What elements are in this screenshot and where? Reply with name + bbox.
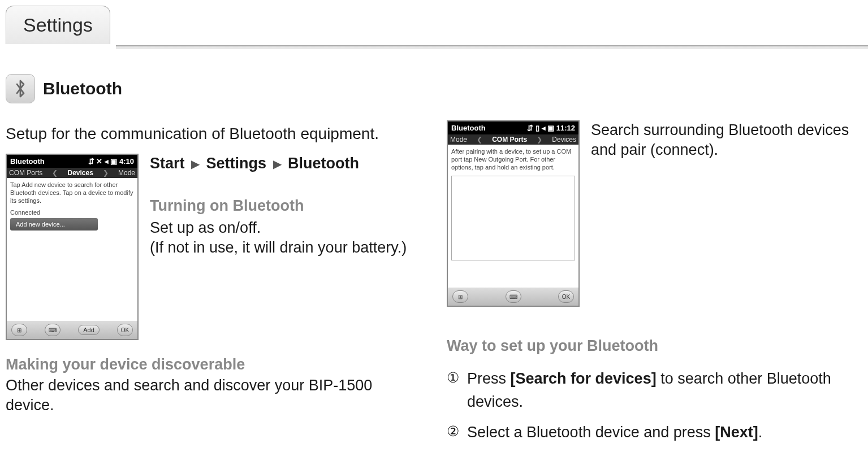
- step2-post: .: [758, 424, 763, 441]
- phone-title: Bluetooth: [451, 124, 486, 132]
- phone-screenshot-comports: Bluetooth ⇵ ▯ ◂ ▣ 11:12 Mode ❮ COM Ports…: [447, 120, 580, 307]
- header-rule: [6, 45, 868, 49]
- ok-softkey[interactable]: OK: [117, 324, 133, 336]
- step-1: ① Press [Search for devices] to search o…: [447, 367, 865, 413]
- crumb-bluetooth: Bluetooth: [288, 155, 359, 172]
- phone-tabbar: COM Ports ❮ Devices ❯ Mode: [7, 168, 137, 178]
- circled-2-icon: ②: [447, 421, 463, 444]
- bluetooth-icon: [6, 74, 35, 103]
- right-column: Bluetooth ⇵ ▯ ◂ ▣ 11:12 Mode ❮ COM Ports…: [447, 120, 865, 452]
- port-listbox: [451, 176, 575, 260]
- triangle-icon: ▶: [189, 158, 202, 170]
- section-title: Bluetooth: [43, 79, 122, 98]
- step-2: ② Select a Bluetooth device and press [N…: [447, 421, 865, 444]
- settings-tab: Settings: [6, 6, 110, 44]
- phone-tab-right: Mode: [118, 169, 135, 177]
- turning-on-line2: (If not in use, it will drain your batte…: [150, 238, 424, 258]
- chevron-left-icon: ❮: [52, 169, 58, 177]
- phone-status-icons: ⇵ ✕ ◂ ▣ 4:10: [88, 157, 134, 166]
- windows-icon[interactable]: ⊞: [11, 324, 27, 336]
- step1-bold: [Search for devices]: [511, 370, 657, 387]
- phone-status-icons: ⇵ ▯ ◂ ▣ 11:12: [527, 124, 575, 132]
- breadcrumb: Start ▶ Settings ▶ Bluetooth: [150, 154, 424, 173]
- step1-pre: Press: [467, 370, 511, 387]
- keyboard-icon[interactable]: ⌨: [45, 324, 61, 336]
- crumb-settings: Settings: [206, 155, 267, 172]
- phone-tabbar: Mode ❮ COM Ports ❯ Devices: [448, 134, 578, 145]
- connected-label: Connected: [10, 209, 134, 216]
- step2-pre: Select a Bluetooth device and press: [467, 424, 715, 441]
- phone-hint: Tap Add new device to search for other B…: [10, 181, 134, 205]
- phone-tab-right: Devices: [552, 136, 576, 143]
- phone-tab-left: Mode: [450, 136, 467, 143]
- keyboard-icon[interactable]: ⌨: [506, 290, 521, 303]
- step2-bold: [Next]: [715, 424, 758, 441]
- add-softkey[interactable]: Add: [78, 325, 100, 335]
- turning-on-heading: Turning on Bluetooth: [150, 196, 424, 216]
- phone-time: 11:12: [556, 124, 575, 132]
- phone-time: 4:10: [119, 157, 134, 166]
- phone-titlebar: Bluetooth ⇵ ▯ ◂ ▣ 11:12: [448, 121, 578, 134]
- steps-list: ① Press [Search for devices] to search o…: [447, 367, 865, 444]
- phone-titlebar: Bluetooth ⇵ ✕ ◂ ▣ 4:10: [7, 155, 137, 168]
- left-column: Setup for the communication of Bluetooth…: [6, 120, 424, 452]
- windows-icon[interactable]: ⊞: [452, 290, 468, 303]
- phone-tab-active: Devices: [67, 169, 93, 177]
- circled-1-icon: ①: [447, 367, 463, 413]
- phone-bottombar: ⊞ ⌨ Add OK: [7, 321, 137, 339]
- phone-body: After pairing with a device, to set up a…: [448, 145, 578, 288]
- left-body: Start ▶ Settings ▶ Bluetooth Turning on …: [150, 154, 424, 258]
- right-intro: Search surrounding Bluetooth devices and…: [591, 120, 865, 160]
- discoverable-heading: Making your device discoverable: [6, 356, 424, 373]
- add-new-device-button[interactable]: Add new device...: [10, 218, 98, 231]
- chevron-right-icon: ❯: [537, 136, 542, 143]
- chevron-right-icon: ❯: [103, 169, 109, 177]
- section-header: Bluetooth: [6, 74, 868, 103]
- page-tab-container: Settings: [6, 6, 868, 44]
- phone-hint: After pairing with a device, to set up a…: [451, 148, 575, 171]
- phone-tab-active: COM Ports: [492, 136, 527, 143]
- discoverable-body: Other devices and search and discover yo…: [6, 376, 424, 415]
- phone-tab-left: COM Ports: [9, 169, 42, 177]
- crumb-start: Start: [150, 155, 185, 172]
- ok-softkey[interactable]: OK: [558, 290, 574, 303]
- phone-bottombar: ⊞ ⌨ OK: [448, 288, 578, 306]
- left-intro: Setup for the communication of Bluetooth…: [6, 124, 424, 143]
- phone-screenshot-devices: Bluetooth ⇵ ✕ ◂ ▣ 4:10 COM Ports ❮ Devic…: [6, 154, 139, 340]
- phone-body: Tap Add new device to search for other B…: [7, 178, 137, 321]
- triangle-icon: ▶: [271, 158, 284, 170]
- chevron-left-icon: ❮: [477, 136, 482, 143]
- way-to-setup-heading: Way to set up your Bluetooth: [447, 337, 865, 355]
- phone-title: Bluetooth: [10, 157, 45, 166]
- turning-on-line1: Set up as on/off.: [150, 218, 424, 238]
